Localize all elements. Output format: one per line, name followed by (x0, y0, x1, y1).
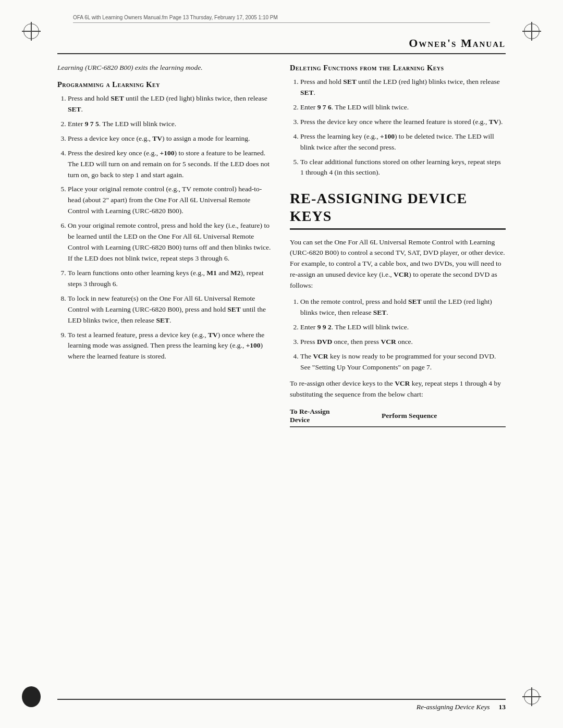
list-item: Press and hold SET until the LED (red li… (68, 93, 273, 115)
reg-mark-top-left (22, 22, 41, 41)
programming-heading: Programming a Learning Key (57, 80, 273, 89)
list-item: Press DVD once, then press VCR once. (300, 337, 506, 348)
list-item: To learn functions onto other learning k… (68, 268, 273, 290)
two-column-layout: Learning (URC-6820 B00) exits the learni… (57, 64, 506, 427)
right-column: Deleting Functions from the Learning Key… (290, 64, 506, 427)
table-header-row: To Re-Assign Device Perform Sequence (290, 405, 506, 427)
page: OFA 6L with Learning Owners Manual.fm Pa… (0, 0, 563, 728)
reg-mark-top-right (522, 22, 541, 41)
reg-mark-bottom-left (22, 687, 41, 706)
left-column: Learning (URC-6820 B00) exits the learni… (57, 64, 273, 427)
footer-text: Re-assigning Device Keys 13 (417, 703, 506, 711)
list-item: Press the learning key (e.g., +100) to b… (300, 131, 506, 153)
top-bar-text: OFA 6L with Learning Owners Manual.fm Pa… (73, 15, 278, 20)
top-metadata-bar: OFA 6L with Learning Owners Manual.fm Pa… (73, 15, 490, 23)
list-item: On your original remote control, press a… (68, 220, 273, 264)
owners-manual-title: Owner's Manual (409, 36, 506, 50)
table-col-header-reassign: To Re-Assign Device (290, 405, 382, 427)
reg-mark-bottom-right (522, 687, 541, 706)
deleting-steps-list: Press and hold SET until the LED (red li… (290, 77, 506, 178)
list-item: Enter 9 7 6. The LED will blink twice. (300, 102, 506, 113)
list-item: Press and hold SET until the LED (red li… (300, 77, 506, 98)
intro-italic-text: Learning (URC-6820 B00) exits the learni… (57, 64, 273, 72)
list-item: Place your original remote control (e.g.… (68, 184, 273, 217)
list-item: Press a device key once (e.g., TV) to as… (68, 133, 273, 144)
list-item: Enter 9 9 2. The LED will blink twice. (300, 322, 506, 333)
reassign-body-text: You can set the One For All 6L Universal… (290, 237, 506, 292)
deleting-heading: Deleting Functions from the Learning Key… (290, 64, 506, 72)
list-item: To test a learned feature, press a devic… (68, 330, 273, 363)
table-col-header-sequence: Perform Sequence (382, 405, 506, 427)
reassign-outro-text: To re-assign other device keys to the VC… (290, 378, 506, 400)
reassign-steps-list: On the remote control, press and hold SE… (290, 297, 506, 373)
list-item: To clear additional functions stored on … (300, 157, 506, 179)
footer-section-label: Re-assigning Device Keys (417, 703, 490, 711)
list-item: On the remote control, press and hold SE… (300, 297, 506, 318)
list-item: Press the device key once where the lear… (300, 117, 506, 128)
content-area: Owner's Manual Learning (URC-6820 B00) e… (57, 36, 506, 686)
list-item: To lock in new feature(s) on the One For… (68, 293, 273, 326)
programming-steps-list: Press and hold SET until the LED (red li… (57, 93, 273, 362)
reassign-section-heading: Re-assigning Device Keys (290, 190, 506, 229)
reassign-table: To Re-Assign Device Perform Sequence (290, 405, 506, 427)
list-item: Enter 9 7 5. The LED will blink twice. (68, 119, 273, 130)
owners-manual-header: Owner's Manual (57, 36, 506, 54)
list-item: The VCR key is now ready to be programme… (300, 351, 506, 373)
footer-page-number: 13 (499, 703, 506, 711)
footer-bar: Re-assigning Device Keys 13 (57, 699, 506, 711)
list-item: Press the desired key once (e.g., +100) … (68, 148, 273, 181)
